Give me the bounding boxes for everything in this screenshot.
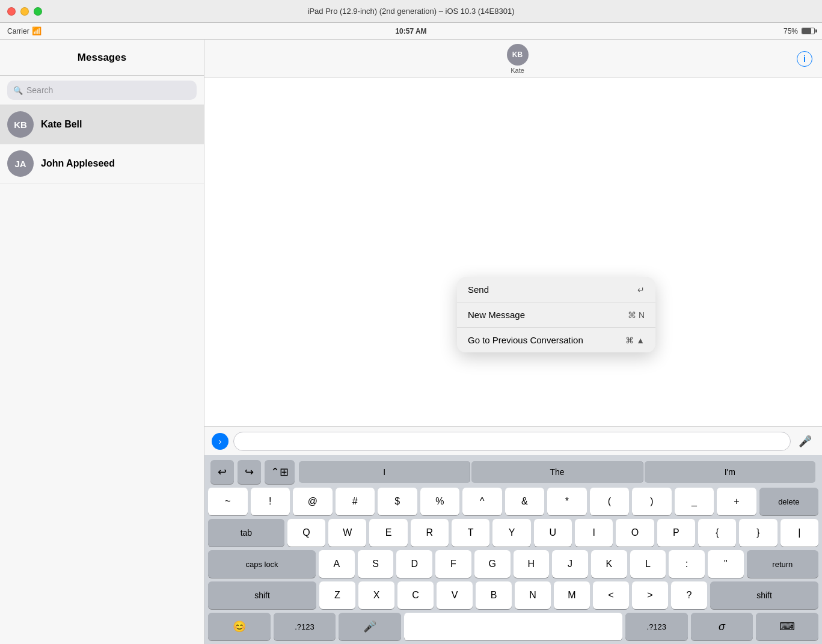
suggestion-The[interactable]: The	[471, 461, 643, 483]
key-y[interactable]: Y	[492, 519, 530, 547]
key-at[interactable]: @	[293, 488, 333, 515]
key-underscore[interactable]: _	[675, 488, 714, 515]
key-x[interactable]: X	[358, 581, 394, 609]
key-z[interactable]: Z	[319, 581, 355, 609]
key-mic[interactable]: 🎤	[339, 613, 401, 640]
key-n[interactable]: N	[515, 581, 551, 609]
key-shift-left[interactable]: shift	[208, 581, 316, 609]
key-f[interactable]: F	[435, 550, 471, 578]
key-a[interactable]: A	[319, 550, 355, 578]
chat-messages	[204, 78, 822, 426]
key-dictation[interactable]: σ	[691, 613, 753, 640]
key-emoji[interactable]: 😊	[208, 613, 271, 640]
key-q[interactable]: Q	[287, 519, 325, 547]
menu-item-new-message[interactable]: New Message ⌘ N	[457, 302, 655, 328]
key-u[interactable]: U	[534, 519, 572, 547]
context-menu: Send ↵ New Message ⌘ N Go to Previous Co…	[457, 277, 655, 352]
key-lbrace[interactable]: {	[698, 519, 736, 547]
key-plus[interactable]: +	[717, 488, 756, 515]
key-exclaim[interactable]: !	[251, 488, 290, 515]
key-w[interactable]: W	[328, 519, 366, 547]
menu-item-send[interactable]: Send ↵	[457, 277, 655, 302]
key-gt[interactable]: >	[632, 581, 668, 609]
mic-icon: 🎤	[799, 435, 812, 448]
menu-shortcut-new-message: ⌘ N	[628, 310, 645, 320]
close-button[interactable]	[7, 7, 16, 16]
battery-percent: 75%	[784, 27, 798, 35]
key-hash[interactable]: #	[336, 488, 375, 515]
redo-key[interactable]: ↪	[238, 460, 261, 484]
key-p[interactable]: P	[657, 519, 695, 547]
key-tilde[interactable]: ~	[208, 488, 248, 515]
chat-contact-name: Kate	[511, 67, 524, 74]
chat-header: KB Kate i	[204, 40, 822, 78]
key-r[interactable]: R	[411, 519, 449, 547]
info-button[interactable]: i	[797, 51, 812, 67]
key-e[interactable]: E	[369, 519, 407, 547]
key-quote[interactable]: "	[708, 550, 744, 578]
battery-icon	[802, 28, 815, 34]
key-amp[interactable]: &	[505, 488, 545, 515]
key-i[interactable]: I	[575, 519, 613, 547]
key-h[interactable]: H	[514, 550, 550, 578]
status-left: Carrier 📶	[7, 26, 41, 35]
wifi-icon: 📶	[32, 26, 41, 35]
key-k[interactable]: K	[591, 550, 627, 578]
sidebar-header: Messages	[0, 40, 204, 76]
key-v[interactable]: V	[437, 581, 473, 609]
keyboard-row-qwerty: tab Q W E R T Y U I O P { } |	[207, 519, 820, 547]
message-input[interactable]	[233, 432, 791, 451]
key-d[interactable]: D	[396, 550, 432, 578]
key-star[interactable]: *	[547, 488, 587, 515]
key-lparen[interactable]: (	[590, 488, 630, 515]
expand-button[interactable]: ›	[212, 433, 229, 450]
search-box[interactable]: 🔍 Search	[7, 81, 197, 100]
key-delete[interactable]: delete	[759, 488, 818, 515]
key-dollar[interactable]: $	[378, 488, 417, 515]
search-container: 🔍 Search	[0, 76, 204, 105]
menu-shortcut-prev-conversation: ⌘ ▲	[625, 336, 645, 345]
key-s[interactable]: S	[358, 550, 394, 578]
key-numbers-right[interactable]: .?123	[625, 613, 688, 640]
window-title: iPad Pro (12.9-inch) (2nd generation) – …	[308, 7, 515, 16]
key-lt[interactable]: <	[593, 581, 629, 609]
key-rbrace[interactable]: }	[739, 519, 777, 547]
key-pipe[interactable]: |	[781, 519, 818, 547]
key-return[interactable]: return	[747, 550, 818, 578]
key-t[interactable]: T	[452, 519, 489, 547]
key-capslock[interactable]: caps lock	[208, 550, 316, 578]
contact-item-kate[interactable]: KB Kate Bell	[0, 105, 204, 144]
app-container: Messages 🔍 Search KB Kate Bell JA John A…	[0, 40, 822, 644]
key-keyboard[interactable]: ⌨	[756, 613, 818, 640]
key-c[interactable]: C	[397, 581, 434, 609]
chevron-right-icon: ›	[219, 437, 222, 446]
clipboard-key[interactable]: ⌃⊞	[265, 460, 295, 484]
mic-button[interactable]: 🎤	[796, 432, 815, 451]
key-j[interactable]: J	[552, 550, 588, 578]
key-numbers[interactable]: .?123	[274, 613, 336, 640]
maximize-button[interactable]	[34, 7, 42, 16]
key-tab[interactable]: tab	[208, 519, 284, 547]
key-l[interactable]: L	[630, 550, 666, 578]
menu-item-prev-conversation[interactable]: Go to Previous Conversation ⌘ ▲	[457, 328, 655, 352]
contact-name-john: John Appleseed	[41, 158, 115, 169]
key-rparen[interactable]: )	[632, 488, 672, 515]
key-question[interactable]: ?	[671, 581, 707, 609]
key-o[interactable]: O	[616, 519, 654, 547]
keyboard-area: ↩ ↪ ⌃⊞ I The I'm ~ ! @ # $ % ^ & *	[204, 455, 822, 644]
contact-item-john[interactable]: JA John Appleseed	[0, 144, 204, 183]
key-colon[interactable]: :	[669, 550, 705, 578]
suggestion-Im[interactable]: I'm	[645, 461, 815, 483]
key-shift-right[interactable]: shift	[710, 581, 818, 609]
key-percent[interactable]: %	[420, 488, 460, 515]
minimize-button[interactable]	[20, 7, 29, 16]
sidebar-title: Messages	[78, 52, 126, 64]
key-m[interactable]: M	[554, 581, 590, 609]
key-b[interactable]: B	[476, 581, 512, 609]
key-g[interactable]: G	[474, 550, 511, 578]
key-space[interactable]	[404, 613, 622, 640]
key-caret[interactable]: ^	[462, 488, 502, 515]
undo-key[interactable]: ↩	[210, 460, 234, 484]
suggestion-I[interactable]: I	[299, 461, 470, 483]
menu-item-new-message-label: New Message	[468, 310, 525, 320]
